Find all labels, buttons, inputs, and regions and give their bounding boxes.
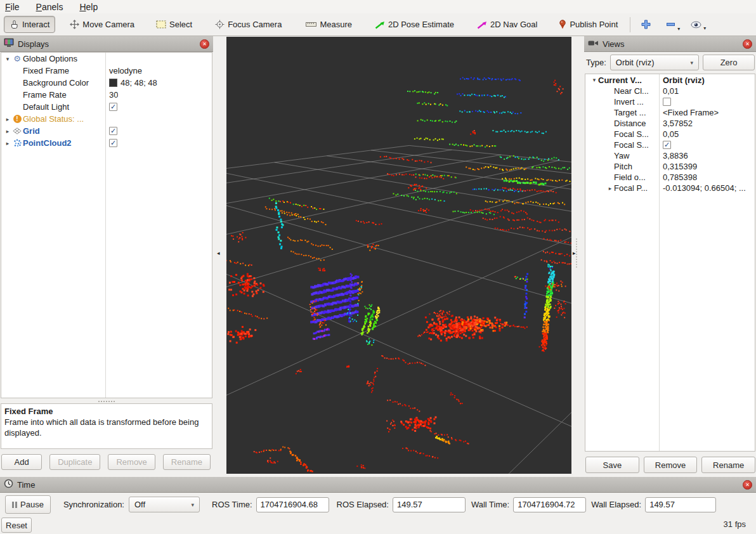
tree-row-global-status[interactable]: ▸ ! Global Status: ... xyxy=(1,113,212,125)
ros-elapsed-field[interactable] xyxy=(393,497,466,512)
grid-icon xyxy=(11,127,23,134)
displays-panel-title: Displays xyxy=(18,39,49,49)
expander-expanded-icon[interactable]: ▾ xyxy=(4,56,11,62)
remove-tool-button[interactable]: ▾ xyxy=(662,16,680,32)
menu-panels[interactable]: Panels xyxy=(36,2,63,12)
collapse-left-splitter[interactable]: ◂ xyxy=(217,249,225,257)
property-help-box: Fixed Frame Frame into which all data is… xyxy=(1,403,212,449)
tree-row-pitch[interactable]: Pitch 0,315399 xyxy=(585,161,755,172)
save-view-button[interactable]: Save xyxy=(585,457,639,473)
pose-estimate-tool-button[interactable]: 2D Pose Estimate xyxy=(369,16,460,33)
map-pin-icon xyxy=(559,20,566,29)
tree-row-invert-zaxis[interactable]: Invert ... xyxy=(585,96,755,107)
property-value[interactable]: 0,05 xyxy=(659,129,679,139)
displays-buttons: Add Duplicate Remove Rename xyxy=(1,454,211,470)
property-value[interactable]: 0,785398 xyxy=(659,173,697,182)
menu-help[interactable]: Help xyxy=(79,2,98,12)
ros-time-label: ROS Time: xyxy=(212,500,252,509)
close-views-panel-button[interactable]: ✕ xyxy=(743,39,752,49)
close-displays-panel-button[interactable]: ✕ xyxy=(200,39,209,49)
pause-button-label: Pause xyxy=(20,500,44,509)
views-panel-header[interactable]: Views ✕ xyxy=(584,36,756,52)
focus-camera-tool-button[interactable]: Focus Camera xyxy=(209,16,287,33)
property-value[interactable]: 3,57852 xyxy=(659,119,693,128)
tree-row-distance[interactable]: Distance 3,57852 xyxy=(585,118,755,129)
tree-row-frame-rate[interactable]: Frame Rate 30 xyxy=(1,89,212,101)
3d-viewport-canvas[interactable] xyxy=(226,37,571,474)
tree-row-target-frame[interactable]: Target ... <Fixed Frame> xyxy=(585,107,755,118)
remove-view-button[interactable]: Remove xyxy=(644,457,698,473)
tree-row-global-options[interactable]: ▾ ⚙ Global Options xyxy=(1,53,212,65)
sync-combobox[interactable]: Off ▾ xyxy=(129,497,200,512)
expander-collapsed-icon[interactable]: ▸ xyxy=(606,185,614,192)
tree-row-default-light[interactable]: Default Light ✓ xyxy=(1,101,212,113)
select-tool-button[interactable]: Select xyxy=(150,16,198,33)
property-value[interactable]: velodyne xyxy=(105,66,142,75)
tree-row-current-view[interactable]: ▾ Current V... Orbit (rviz) xyxy=(585,74,755,86)
splitter-handle[interactable] xyxy=(576,238,577,268)
display-name-label: PointCloud2 xyxy=(23,138,72,148)
property-value[interactable]: 0,01 xyxy=(659,86,679,96)
tree-row-focal-shape-size[interactable]: Focal S... 0,05 xyxy=(585,129,755,140)
measure-tool-button[interactable]: Measure xyxy=(300,16,358,33)
close-time-panel-button[interactable]: ✕ xyxy=(743,480,752,490)
interact-tool-button[interactable]: Interact xyxy=(4,16,55,33)
nav-goal-tool-button[interactable]: 2D Nav Goal xyxy=(471,16,543,33)
rename-view-button[interactable]: Rename xyxy=(701,457,755,473)
focus-crosshair-icon xyxy=(215,20,225,29)
displays-tree: ▾ ⚙ Global Options Fixed Frame velodyne … xyxy=(1,52,212,398)
menu-bar: File Panels Help xyxy=(0,0,756,13)
property-label: Global Options xyxy=(23,54,77,63)
ruler-icon xyxy=(306,22,316,27)
ros-elapsed-label: ROS Elapsed: xyxy=(337,500,389,509)
color-swatch xyxy=(109,79,117,87)
tree-row-fixed-frame[interactable]: Fixed Frame velodyne xyxy=(1,65,212,77)
add-display-button[interactable]: Add xyxy=(1,454,42,470)
expander-collapsed-icon[interactable]: ▸ xyxy=(4,140,11,147)
expander-collapsed-icon[interactable]: ▸ xyxy=(4,128,11,134)
checkbox-unchecked[interactable] xyxy=(663,98,671,106)
reset-button[interactable]: Reset xyxy=(1,518,32,533)
menu-file[interactable]: File xyxy=(5,2,20,12)
property-value[interactable]: <Fixed Frame> xyxy=(659,108,719,117)
tree-row-background-color[interactable]: Background Color 48; 48; 48 xyxy=(1,77,212,89)
expander-collapsed-icon[interactable]: ▸ xyxy=(4,116,11,122)
tree-row-near-clip[interactable]: Near Cl... 0,01 xyxy=(585,86,755,96)
expander-expanded-icon[interactable]: ▾ xyxy=(590,77,598,83)
property-label: Background Color xyxy=(1,77,105,89)
zero-button[interactable]: Zero xyxy=(703,55,755,70)
pointcloud-icon xyxy=(11,139,23,147)
view-type-combobox[interactable]: Orbit (rviz) ▾ xyxy=(610,55,699,70)
displays-panel-header[interactable]: Displays ✕ xyxy=(0,36,213,52)
pause-button[interactable]: Pause xyxy=(5,495,51,514)
checkbox-checked[interactable]: ✓ xyxy=(109,103,117,111)
wall-elapsed-field[interactable] xyxy=(645,497,716,512)
time-panel-header[interactable]: Time ✕ xyxy=(0,477,756,493)
move-camera-tool-button[interactable]: Move Camera xyxy=(64,16,140,33)
property-label: Frame Rate xyxy=(1,89,105,101)
checkbox-checked[interactable]: ✓ xyxy=(109,139,117,147)
help-body: Frame into which all data is transformed… xyxy=(4,417,199,438)
publish-point-tool-button[interactable]: Publish Point xyxy=(553,16,623,33)
tree-row-focal-shape-fixed[interactable]: Focal S... ✓ xyxy=(585,140,755,150)
ros-time-field[interactable] xyxy=(256,497,329,512)
add-tool-button[interactable] xyxy=(637,16,655,32)
tree-row-yaw[interactable]: Yaw 3,8836 xyxy=(585,150,755,161)
wall-time-field[interactable] xyxy=(513,497,586,512)
tool-visibility-button[interactable]: ▾ xyxy=(686,18,706,32)
tree-row-grid-display[interactable]: ▸ Grid ✓ xyxy=(1,125,212,137)
column-divider[interactable] xyxy=(105,53,106,398)
tree-row-field-of-view[interactable]: Field o... 0,785398 xyxy=(585,172,755,183)
wall-elapsed-label: Wall Elapsed: xyxy=(591,500,641,509)
property-value[interactable]: 0,315399 xyxy=(659,162,697,171)
column-divider[interactable] xyxy=(659,74,660,451)
property-value[interactable]: -0.013094; 0.66504; ... xyxy=(659,183,746,193)
property-value[interactable]: 3,8836 xyxy=(659,151,688,160)
tree-row-pointcloud2-display[interactable]: ▸ PointCloud2 ✓ xyxy=(1,137,212,149)
property-value[interactable]: 30 xyxy=(105,90,118,100)
tree-row-focal-point[interactable]: ▸ Focal P... -0.013094; 0.66504; ... xyxy=(585,183,755,193)
checkbox-checked[interactable]: ✓ xyxy=(109,127,117,135)
property-label: Default Light xyxy=(1,101,105,113)
checkbox-checked[interactable]: ✓ xyxy=(663,141,671,149)
view-type-row: Type: Orbit (rviz) ▾ Zero xyxy=(586,55,755,70)
